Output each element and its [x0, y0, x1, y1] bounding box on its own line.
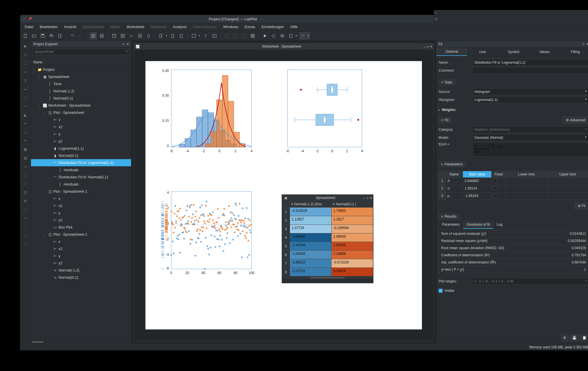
table-row[interactable]: 4-3.534651.06649	[282, 233, 373, 242]
maximize-button[interactable]: ◇	[434, 17, 438, 21]
table-row[interactable]: 7-1.95323-0.572029	[282, 259, 373, 267]
axis-x-icon[interactable]: ⊢	[22, 120, 29, 127]
spreadsheet-window[interactable]: ▦ Spreadsheet ⌄ ◇ ✕ ≡Normal(-1,2)	[282, 194, 373, 283]
tree-item[interactable]: ▭Box Plot	[31, 224, 131, 231]
tree-item[interactable]: │Time	[31, 80, 131, 87]
close-subwin-icon[interactable]: ✕	[430, 45, 432, 48]
tree-item[interactable]: ⌄〰Distribution Fit to 'Normal(0,1)'	[31, 173, 131, 181]
fixed-checkbox[interactable]	[493, 179, 497, 183]
fixed-checkbox[interactable]	[493, 194, 497, 198]
tree-item[interactable]: ⌄📈Worksheet - Spreadsheet	[31, 102, 131, 109]
tree-item[interactable]: ⌄▦Spreadsheet	[31, 73, 131, 80]
add-worksheet-icon[interactable]	[128, 32, 135, 40]
tab-line[interactable]: Line	[467, 48, 498, 56]
dock-props-icon[interactable]: ◇	[582, 42, 585, 46]
undo-icon[interactable]	[69, 32, 76, 40]
result-tab-1[interactable]: Goodness of fit	[463, 221, 493, 229]
row-header[interactable]: 2	[282, 216, 290, 224]
advanced-button[interactable]: ⚙Advanced	[563, 117, 588, 124]
param-row[interactable]: 2σ1.59143	[439, 185, 588, 192]
cell[interactable]: 2.93936	[332, 242, 373, 250]
cell[interactable]: -2.02751	[290, 267, 332, 276]
axis-y2-icon[interactable]: ⊢	[22, 137, 29, 145]
dropdown-arrow-icon[interactable]: ▾	[165, 34, 168, 37]
play-icon[interactable]	[261, 32, 269, 40]
tree-item[interactable]: │Normal(-1,2)	[31, 87, 131, 95]
search-dropdown-icon[interactable]: ▾	[126, 50, 128, 53]
select-all-icon[interactable]: ⛶	[22, 60, 29, 67]
more-icon[interactable]: ⋮	[22, 240, 29, 248]
sheet-scrollbar[interactable]	[310, 277, 345, 278]
param-header[interactable]: Name	[446, 171, 463, 177]
tree-collapse-icon[interactable]: ⌄	[32, 68, 36, 71]
chart-scatter[interactable]: 4 2 0 -2 -4 -6 0 20 40 60 80	[154, 187, 260, 282]
param-header[interactable]: Start value	[463, 171, 492, 177]
region-icon[interactable]: ⬚	[22, 206, 29, 213]
insert-image-icon[interactable]	[211, 32, 218, 40]
source-select[interactable]: Histogram▾	[472, 88, 588, 95]
results-section-header[interactable]: ▾Results:	[439, 213, 460, 220]
record-icon[interactable]	[270, 32, 277, 40]
minimize-button[interactable]: ⌄	[434, 10, 438, 14]
chart-boxplot[interactable]: -6 -4 -2 0 2 4	[282, 67, 368, 159]
tree-item[interactable]: ⊢x2	[31, 245, 131, 252]
cell[interactable]: -0.515929	[290, 207, 332, 216]
menu-ansicht[interactable]: Ansicht	[61, 24, 79, 30]
cell[interactable]: 1.76963	[332, 207, 373, 216]
grid-layout-icon[interactable]	[249, 32, 256, 40]
table-row[interactable]: 6-1.554652.18988	[282, 250, 373, 259]
tree-item[interactable]: ⌄◫Plot - Spreadsheet 1	[31, 188, 131, 195]
param-header[interactable]: Upper limit	[547, 171, 588, 177]
params-table[interactable]: NameStart valueFixedLower limitUpper lim…	[439, 171, 588, 200]
tree-item[interactable]: ⊢y	[31, 130, 131, 138]
data-section-header[interactable]: ▾Data:	[439, 79, 456, 85]
worksheet-canvas[interactable]: 0 0.15 0.30 0.45 -6 -4 -2 0 2 4	[145, 61, 422, 329]
row-header[interactable]: 5	[282, 242, 290, 250]
tree-item[interactable]: ∿Normal(-1,2)	[31, 267, 131, 274]
tree-item[interactable]: ⌄〰Distribution Fit to 'Lognormal(1,1)'	[31, 159, 131, 166]
row-header[interactable]: 3	[282, 224, 290, 233]
add-matrix-icon[interactable]	[119, 32, 126, 40]
save-icon[interactable]	[39, 32, 46, 40]
spreadsheet-table[interactable]: ≡Normal(-1,2) (Dou ≡Normal(0,1) ( 1-0.51…	[282, 201, 373, 283]
tab-values[interactable]: Values	[529, 48, 560, 56]
add-notebook-icon[interactable]	[136, 32, 144, 40]
param-header[interactable]: Lower limit	[506, 171, 547, 177]
tree-collapse-icon[interactable]: ⌄	[48, 161, 52, 164]
row-header[interactable]: 4	[282, 233, 290, 242]
tree-collapse-icon[interactable]: ⌄	[48, 176, 52, 179]
dots-icon[interactable]: ∴	[22, 232, 29, 239]
comment-field[interactable]	[472, 67, 588, 74]
table-icon[interactable]: ▤	[22, 154, 29, 162]
zoom-mode-icon[interactable]	[287, 32, 295, 40]
pin-icon[interactable]: 📌	[28, 17, 32, 21]
name-field[interactable]	[472, 59, 588, 66]
tree-item[interactable]: ⊢x2	[31, 202, 131, 209]
maximize-sheet-icon[interactable]: ◇	[366, 196, 369, 200]
arrow-right-icon[interactable]: ↦	[22, 85, 29, 93]
cell[interactable]: -0.572029	[332, 259, 373, 267]
tree-collapse-icon[interactable]: ⌄	[37, 104, 41, 107]
tab-general[interactable]: General	[436, 48, 467, 56]
visible-checkbox[interactable]: ✓	[439, 289, 443, 293]
dropdown-arrow-icon[interactable]: ▾	[295, 34, 298, 37]
row-header[interactable]: 1	[282, 207, 290, 216]
table-row[interactable]: 31.37729-0.199594	[282, 224, 373, 233]
tree-item[interactable]: ⊢y2	[31, 259, 131, 267]
weights-section-header[interactable]: ▸Weights:	[439, 107, 588, 113]
insert-plot-icon[interactable]	[190, 32, 198, 40]
param-row[interactable]: 3μ-1.86104	[439, 192, 588, 200]
minimize-subwin-icon[interactable]: ⌄	[423, 45, 425, 48]
cell[interactable]: 1.1817	[332, 216, 373, 224]
dropdown-arrow-icon[interactable]: ▾	[307, 34, 310, 37]
cell[interactable]: 1.06649	[332, 233, 373, 242]
tree-item[interactable]: ⊢x	[31, 116, 131, 123]
grid-icon[interactable]: ▦	[22, 146, 29, 153]
plot-ranges-select[interactable]: 1 : x = -6 .. 4, y = 0 .. 0,45▾	[472, 278, 588, 285]
export-icon[interactable]	[56, 32, 64, 40]
menu-bearbeiten[interactable]: Bearbeiten	[37, 24, 61, 30]
col-header-0[interactable]: Normal(-1,2) (Dou	[294, 202, 322, 206]
row-header[interactable]: 8	[282, 267, 290, 276]
cell[interactable]: -2.46784	[290, 242, 332, 250]
tree-item[interactable]: ⊢x	[31, 238, 131, 245]
